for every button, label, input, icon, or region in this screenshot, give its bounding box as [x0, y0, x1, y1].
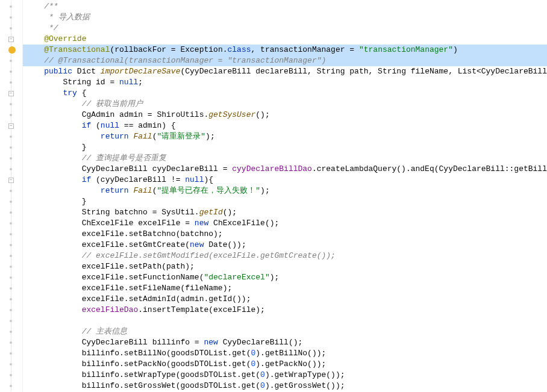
- code-token: "提单号已存在，导入失败！": [157, 186, 260, 195]
- code-line[interactable]: billinfo.setGrossWet(goodsDTOList.get(0)…: [23, 381, 547, 391]
- code-token: CyyDeclareBill();: [223, 338, 303, 347]
- gutter-row: [0, 55, 22, 66]
- gutter-row: [0, 261, 22, 272]
- code-token: ){: [204, 175, 213, 184]
- code-token: try: [63, 89, 81, 98]
- code-token: // 主表信息: [82, 327, 127, 336]
- code-token: CgAdmin admin = ShiroUtils.: [82, 110, 209, 119]
- code-line[interactable]: }: [23, 196, 547, 207]
- fold-marker-icon[interactable]: −: [8, 91, 14, 96]
- gutter-dot-icon: [10, 222, 12, 225]
- code-line[interactable]: CyyDeclareBill billinfo = new CyyDeclare…: [23, 337, 547, 348]
- code-line[interactable]: try {: [23, 88, 547, 99]
- gutter-row: [0, 240, 22, 250]
- code-line[interactable]: excelFile.setPath(path);: [23, 261, 547, 272]
- code-token: Date());: [208, 240, 246, 249]
- code-line[interactable]: billinfo.setBillNo(goodsDTOList.get(0).g…: [23, 348, 547, 359]
- code-line[interactable]: [23, 316, 547, 326]
- code-line[interactable]: ChExcelFile excelFile = new ChExcelFile(…: [23, 218, 547, 229]
- gutter-dot-icon: [10, 385, 12, 387]
- code-token: Fail: [133, 186, 152, 195]
- gutter-row: [0, 164, 22, 175]
- gutter-row: [0, 99, 22, 110]
- code-token: if: [82, 121, 96, 130]
- gutter: −−−−: [0, 0, 23, 392]
- code-token: // @Transactional(transactionManager = "…: [44, 56, 326, 65]
- code-token: * 导入数据: [44, 13, 89, 22]
- code-line[interactable]: excelFile.setFunctionName("declareExcel"…: [23, 272, 547, 283]
- code-line[interactable]: @Transactional(rollbackFor = Exception.c…: [23, 45, 547, 55]
- code-token: , transactionManager =: [251, 45, 359, 54]
- code-line[interactable]: public Dict importDeclareSave(CyyDeclare…: [23, 66, 547, 77]
- gutter-dot-icon: [10, 341, 12, 344]
- code-token: String: [63, 78, 96, 87]
- code-line[interactable]: excelFile.setGmtCreate(new Date());: [23, 240, 547, 250]
- code-line[interactable]: // 主表信息: [23, 326, 547, 337]
- code-token: .insertTemplate(excelFile);: [138, 305, 265, 314]
- code-token: Dict: [77, 67, 101, 76]
- fold-marker-icon[interactable]: −: [8, 178, 14, 183]
- gutter-row: [0, 142, 22, 153]
- code-line[interactable]: CyyDeclareBill cyyDeclareBill = cyyDecla…: [23, 164, 547, 175]
- code-token: null: [101, 121, 124, 130]
- fold-marker-icon[interactable]: −: [8, 123, 14, 129]
- code-line[interactable]: }: [23, 142, 547, 153]
- gutter-dot-icon: [10, 168, 12, 170]
- gutter-dot-icon: [10, 81, 12, 84]
- code-token: @Transactional: [44, 45, 110, 54]
- gutter-dot-icon: [10, 201, 12, 203]
- code-line[interactable]: @Override: [23, 34, 547, 45]
- code-token: {: [82, 89, 87, 98]
- code-line[interactable]: * 导入数据: [23, 12, 547, 23]
- code-line[interactable]: // excelFile.setGmtModified(excelFile.ge…: [23, 250, 547, 261]
- code-token: billinfo.setWrapType(goodsDTOList.get(: [82, 370, 260, 379]
- gutter-row: −: [0, 88, 22, 99]
- code-token: ).getGrossWet());: [265, 381, 345, 390]
- gutter-dot-icon: [10, 70, 12, 73]
- code-token: CyyDeclareBill billinfo =: [82, 338, 204, 347]
- code-line[interactable]: if (null == admin) {: [23, 120, 547, 131]
- code-line[interactable]: excelFileDao.insertTemplate(excelFile);: [23, 305, 547, 316]
- code-line[interactable]: // @Transactional(transactionManager = "…: [23, 55, 547, 66]
- code-token: billinfo.setGrossWet(goodsDTOList.get(: [82, 381, 260, 390]
- code-token: 0: [260, 381, 265, 390]
- code-line[interactable]: billinfo.setWrapType(goodsDTOList.get(0)…: [23, 370, 547, 381]
- code-token: cyyDeclareBillDao: [232, 164, 312, 173]
- code-token: billinfo.setPackNo(goodsDTOList.get(: [82, 359, 251, 369]
- code-token: excelFile.setBatchno(batchno);: [82, 229, 223, 238]
- gutter-dot-icon: [10, 363, 12, 366]
- code-line[interactable]: CgAdmin admin = ShiroUtils.getSysUser();: [23, 110, 547, 120]
- code-token: ): [453, 45, 458, 54]
- code-token: );: [270, 273, 280, 282]
- code-token: getId: [199, 208, 223, 217]
- code-token: ();: [255, 110, 269, 119]
- code-line[interactable]: return Fail("请重新登录");: [23, 131, 547, 142]
- code-token: == admin) {: [124, 121, 176, 130]
- code-line[interactable]: billinfo.setPackNo(goodsDTOList.get(0).g…: [23, 359, 547, 370]
- gutter-row: [0, 218, 22, 229]
- code-token: class: [227, 45, 251, 54]
- code-line[interactable]: excelFile.setFileName(fileName);: [23, 283, 547, 294]
- code-line[interactable]: /**: [23, 1, 547, 12]
- code-line[interactable]: String batchno = SysUtil.getId();: [23, 207, 547, 218]
- code-line[interactable]: return Fail("提单号已存在，导入失败！");: [23, 185, 547, 196]
- gutter-dot-icon: [10, 276, 12, 279]
- code-token: // excelFile.setGmtModified(excelFile.ge…: [82, 251, 336, 260]
- code-line[interactable]: excelFile.setAdminId(admin.getId());: [23, 294, 547, 305]
- code-line[interactable]: // 获取当前用户: [23, 99, 547, 110]
- code-token: Fail: [133, 132, 152, 141]
- code-area[interactable]: /** * 导入数据 */ @Override @Transactional(r…: [23, 0, 547, 392]
- gutter-dot-icon: [10, 146, 12, 149]
- code-line[interactable]: */: [23, 23, 547, 34]
- code-line[interactable]: excelFile.setBatchno(batchno);: [23, 229, 547, 240]
- lightbulb-icon[interactable]: [8, 46, 16, 54]
- code-line[interactable]: // 查询提单号是否重复: [23, 153, 547, 164]
- code-token: excelFile.setFileName(fileName);: [82, 284, 233, 293]
- code-token: }: [82, 143, 87, 152]
- code-line[interactable]: String id = null;: [23, 77, 547, 88]
- gutter-row: [0, 283, 22, 294]
- code-token: }: [82, 197, 87, 206]
- code-line[interactable]: if (cyyDeclareBill != null){: [23, 175, 547, 185]
- fold-marker-icon[interactable]: −: [8, 37, 14, 42]
- code-token: 0: [260, 370, 265, 379]
